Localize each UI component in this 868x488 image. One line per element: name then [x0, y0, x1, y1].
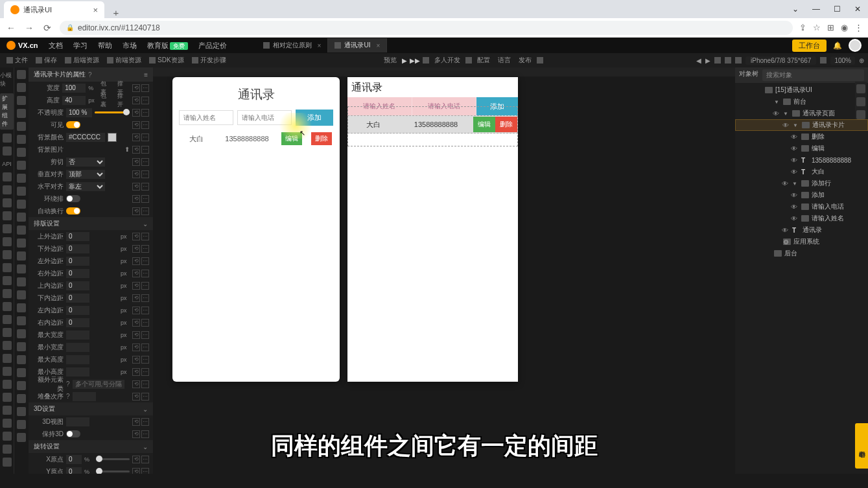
- more-icon[interactable]: ⋯: [141, 134, 149, 141]
- rail-icon[interactable]: [3, 354, 12, 363]
- rail-icon[interactable]: [17, 355, 26, 364]
- rail-icon[interactable]: [3, 458, 12, 467]
- link-icon[interactable]: ⟲: [132, 109, 140, 117]
- rail-icon[interactable]: [17, 122, 26, 131]
- rail-icon[interactable]: [3, 250, 12, 259]
- chevron-down-icon[interactable]: ▼: [774, 99, 780, 105]
- file-tab-1[interactable]: 相对定位原则×: [257, 38, 329, 52]
- nav-docs[interactable]: 文档: [49, 41, 63, 51]
- rail-icon[interactable]: [3, 146, 12, 156]
- more-icon[interactable]: ⋯: [141, 121, 149, 129]
- tree-front[interactable]: ▼前台: [735, 96, 868, 108]
- rail-icon[interactable]: [17, 277, 26, 286]
- rail-icon[interactable]: [17, 83, 26, 92]
- menu-icon[interactable]: ⋮: [854, 23, 863, 32]
- info-icon[interactable]: ?: [66, 380, 70, 388]
- more-icon[interactable]: ⋯: [141, 207, 149, 215]
- section-3d[interactable]: 3D设置⌄: [29, 402, 153, 415]
- rail-icon[interactable]: [3, 237, 12, 246]
- prev-icon[interactable]: ◀: [696, 57, 701, 64]
- next-icon[interactable]: ▶: [705, 57, 710, 64]
- auto-toggle[interactable]: [66, 207, 80, 215]
- tree-backend[interactable]: 后台: [735, 248, 868, 259]
- rail-icon[interactable]: [3, 393, 12, 402]
- name-input[interactable]: [179, 110, 233, 125]
- rail-icon[interactable]: [17, 96, 26, 105]
- eye-icon[interactable]: 👁: [791, 134, 799, 141]
- wrap-btn[interactable]: 包裹: [99, 92, 113, 109]
- rail-icon[interactable]: [17, 316, 26, 325]
- more-icon[interactable]: ⋯: [141, 146, 149, 154]
- rail-icon[interactable]: [17, 161, 26, 170]
- rail-api[interactable]: API: [2, 159, 12, 168]
- nav-learn[interactable]: 学习: [73, 41, 88, 51]
- tb-sdk[interactable]: SDK资源: [147, 56, 187, 65]
- tb-lang[interactable]: 语言: [495, 56, 513, 65]
- minw-input[interactable]: [66, 343, 89, 352]
- tree-title-txt[interactable]: 👁T通讯录: [735, 224, 868, 236]
- rail-icon[interactable]: [3, 211, 12, 220]
- tree-page[interactable]: 👁▼通讯录页面: [735, 108, 868, 119]
- chevron-down-icon[interactable]: ▼: [792, 181, 799, 187]
- rail-icon[interactable]: [3, 406, 12, 415]
- minimize-button[interactable]: —: [806, 0, 827, 18]
- forward-button[interactable]: →: [23, 23, 35, 33]
- rail-icon[interactable]: [3, 224, 12, 233]
- tb-dev[interactable]: 开发步骤: [189, 56, 229, 65]
- rr-icon[interactable]: [856, 110, 865, 119]
- tree-card[interactable]: 👁▼通讯录卡片: [735, 119, 868, 131]
- eye-icon[interactable]: 👁: [773, 110, 780, 117]
- rail-icon[interactable]: [3, 380, 12, 389]
- eye-icon[interactable]: 👁: [791, 145, 799, 152]
- artboard-editor[interactable]: 通讯录 请输入姓名 请输入电话 添加 大白 13588888888 编辑 删除: [347, 77, 518, 382]
- rail-icon[interactable]: [17, 329, 26, 338]
- rail-icon[interactable]: [17, 251, 26, 261]
- name-field-2[interactable]: 请输入姓名: [347, 97, 412, 115]
- more-icon[interactable]: ⋯: [141, 170, 149, 178]
- xorigin-input[interactable]: [66, 455, 82, 464]
- halign-select[interactable]: 靠左: [66, 182, 105, 191]
- screen-icon[interactable]: [735, 57, 742, 64]
- more-icon[interactable]: ⋯: [141, 109, 149, 117]
- star-icon[interactable]: ☆: [813, 23, 821, 32]
- rail-icon[interactable]: [3, 341, 12, 350]
- rail-ext[interactable]: 扩展组件: [0, 93, 14, 130]
- rail-icon[interactable]: [17, 303, 26, 312]
- play-icon[interactable]: ▶: [402, 57, 407, 64]
- mr-input[interactable]: [66, 269, 89, 278]
- rail-icon[interactable]: [17, 342, 26, 351]
- link-icon[interactable]: ⟲: [132, 97, 140, 104]
- eye-icon[interactable]: 👁: [791, 157, 799, 164]
- close-icon[interactable]: ×: [318, 42, 322, 49]
- link-icon[interactable]: ⟲: [132, 195, 140, 203]
- info-icon[interactable]: ?: [66, 393, 70, 400]
- tree-addrow[interactable]: 👁▼添加行: [735, 178, 868, 189]
- close-icon[interactable]: ×: [376, 42, 380, 49]
- user-icon[interactable]: [465, 57, 472, 64]
- tb-config[interactable]: 配置: [475, 56, 493, 65]
- rr-icon[interactable]: [856, 84, 865, 93]
- rail-small-module[interactable]: 小模块: [0, 70, 14, 89]
- overflow-input[interactable]: [73, 380, 124, 389]
- add-button-2[interactable]: 添加: [476, 97, 518, 115]
- tree-sys[interactable]: ⚙应用系统: [735, 236, 868, 248]
- rail-icon[interactable]: [3, 172, 12, 181]
- rail-icon[interactable]: [17, 226, 26, 235]
- eye-icon[interactable]: 👁: [791, 192, 799, 199]
- back-button[interactable]: ←: [5, 23, 17, 33]
- tb-publish[interactable]: 发布: [516, 56, 534, 65]
- more-icon[interactable]: ⋯: [141, 183, 149, 191]
- rail-icon[interactable]: [3, 419, 12, 428]
- tree-root[interactable]: [15]通讯录UI: [735, 84, 868, 96]
- rail-icon[interactable]: [3, 315, 12, 324]
- rail-icon[interactable]: [17, 264, 26, 273]
- maxw-input[interactable]: [66, 331, 89, 340]
- width-input[interactable]: [62, 84, 86, 93]
- app-logo[interactable]: VX.cn: [6, 41, 38, 50]
- more-icon[interactable]: ⋯: [141, 97, 149, 104]
- layout-icon[interactable]: [714, 57, 721, 64]
- phone-field-2[interactable]: 请输入电话: [412, 97, 477, 115]
- share-icon[interactable]: ⇪: [799, 23, 806, 32]
- artboard-preview[interactable]: 通讯录 添加 大白 13588888888 编辑 删除 ↖: [172, 77, 340, 382]
- link-icon[interactable]: ⟲: [132, 183, 140, 191]
